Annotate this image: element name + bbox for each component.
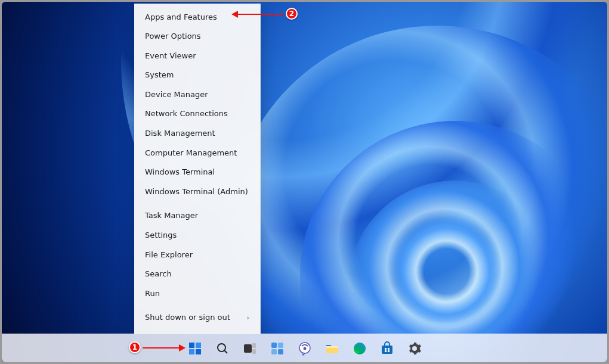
task-view-button[interactable]	[238, 337, 262, 360]
svg-rect-6	[244, 344, 252, 353]
svg-rect-9	[271, 343, 277, 348]
explorer-icon	[325, 341, 339, 356]
menu-computer-management[interactable]: Computer Management	[134, 143, 260, 163]
menu-power-options[interactable]: Power Options	[134, 27, 260, 46]
menu-item-label: Network Connections	[145, 109, 228, 119]
menu-item-label: Event Viewer	[145, 51, 196, 61]
wallpaper-decoration	[384, 216, 515, 347]
menu-search[interactable]: Search	[134, 265, 260, 284]
desktop-wallpaper[interactable]: Apps and FeaturesPower OptionsEvent View…	[2, 2, 607, 362]
svg-rect-11	[271, 349, 277, 354]
store-icon	[380, 341, 394, 356]
menu-item-label: Power Options	[145, 32, 201, 41]
annotation-badge-2: 2	[286, 8, 298, 20]
svg-rect-22	[388, 350, 389, 352]
svg-rect-12	[278, 349, 283, 354]
menu-system[interactable]: System	[134, 66, 260, 85]
svg-rect-1	[196, 343, 201, 348]
chat-icon	[298, 341, 312, 356]
search-icon	[215, 341, 230, 356]
svg-rect-7	[252, 343, 256, 348]
svg-rect-15	[326, 347, 338, 353]
svg-rect-21	[385, 350, 387, 352]
screen: Apps and FeaturesPower OptionsEvent View…	[0, 0, 609, 364]
svg-rect-19	[385, 348, 387, 350]
menu-file-explorer[interactable]: File Explorer	[134, 245, 260, 265]
menu-item-label: Windows Terminal	[145, 167, 215, 177]
menu-disk-management[interactable]: Disk Management	[134, 124, 260, 144]
menu-item-label: Computer Management	[145, 148, 237, 158]
menu-item-label: Disk Management	[145, 129, 215, 138]
svg-rect-20	[388, 348, 389, 350]
settings-app-button[interactable]	[403, 337, 426, 360]
svg-rect-10	[278, 343, 283, 348]
gear-icon	[407, 341, 422, 356]
menu-windows-terminal[interactable]: Windows Terminal	[134, 163, 260, 182]
menu-item-label: Settings	[145, 231, 177, 240]
start-icon	[188, 341, 202, 356]
menu-windows-terminal-admin[interactable]: Windows Terminal (Admin)	[134, 182, 260, 201]
svg-rect-3	[196, 349, 201, 354]
menu-item-label: Windows Terminal (Admin)	[145, 187, 248, 197]
annotation-badge-1: 1	[129, 341, 141, 353]
search-button[interactable]	[211, 337, 234, 360]
menu-run[interactable]: Run	[134, 284, 260, 303]
widgets-button[interactable]	[265, 337, 289, 360]
menu-item-label: System	[145, 70, 174, 80]
menu-item-label: Run	[145, 289, 160, 298]
svg-rect-16	[326, 346, 338, 348]
annotation-badge-2-label: 2	[289, 10, 294, 18]
annotation-badge-1-label: 1	[132, 343, 137, 351]
menu-shutdown-submenu[interactable]: Shut down or sign out›	[134, 308, 260, 328]
chevron-right-icon: ›	[247, 314, 249, 322]
menu-item-label: Device Manager	[145, 90, 208, 99]
menu-event-viewer[interactable]: Event Viewer	[134, 46, 260, 66]
menu-device-manager[interactable]: Device Manager	[134, 85, 260, 104]
menu-item-label: File Explorer	[145, 250, 193, 260]
start-button[interactable]	[183, 337, 207, 360]
svg-rect-18	[382, 346, 392, 354]
store-button[interactable]	[375, 337, 399, 360]
menu-item-label: Shut down or sign out	[145, 313, 230, 322]
menu-task-manager[interactable]: Task Manager	[134, 206, 260, 226]
taskbar	[2, 334, 607, 362]
menu-item-label: Task Manager	[145, 211, 198, 220]
taskview-icon	[243, 341, 257, 356]
file-explorer-button[interactable]	[320, 337, 344, 360]
menu-settings[interactable]: Settings	[134, 226, 260, 245]
menu-item-label: Apps and Features	[145, 13, 217, 22]
winx-context-menu: Apps and FeaturesPower OptionsEvent View…	[134, 4, 261, 334]
svg-rect-2	[189, 349, 194, 354]
annotation-arrow-1	[143, 347, 180, 349]
edge-icon	[353, 341, 367, 356]
edge-button[interactable]	[348, 337, 372, 360]
svg-point-4	[218, 344, 225, 351]
menu-network-connections[interactable]: Network Connections	[134, 104, 260, 124]
svg-point-14	[303, 347, 306, 350]
svg-rect-0	[189, 343, 194, 348]
svg-line-5	[224, 350, 227, 353]
widgets-icon	[270, 341, 285, 356]
menu-apps-and-features[interactable]: Apps and Features	[134, 7, 260, 27]
chat-button[interactable]	[293, 337, 317, 360]
svg-rect-8	[252, 349, 256, 354]
annotation-arrow-2	[237, 14, 284, 15]
menu-item-label: Search	[145, 269, 172, 279]
